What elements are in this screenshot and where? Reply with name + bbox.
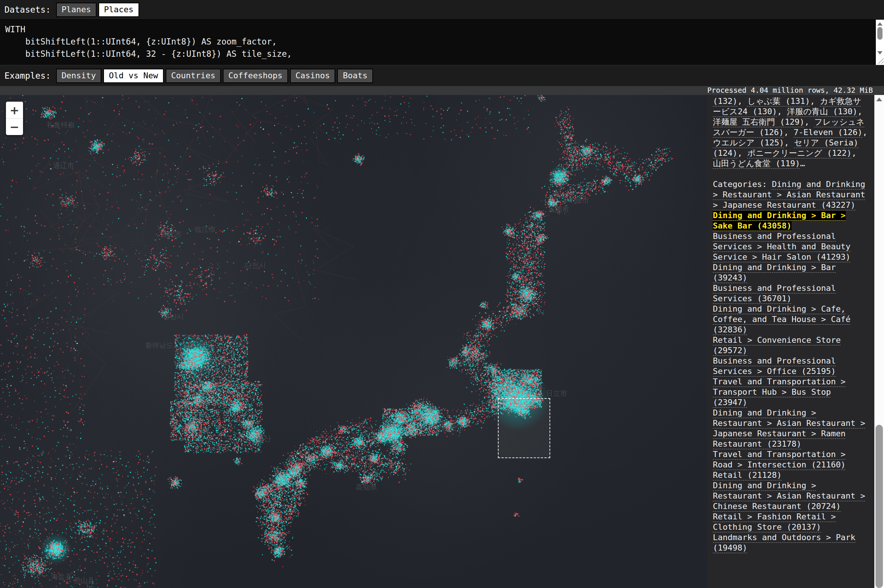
map-place-label: 日立市 [546, 389, 567, 398]
example-button-boats[interactable]: Boats [337, 69, 373, 83]
datasets-label: Datasets: [5, 5, 51, 15]
map-place-label: 황해남도 [145, 340, 173, 350]
dataset-button-planes[interactable]: Planes [56, 3, 96, 17]
category-link-highlighted[interactable]: Dining and Drinking > Bar > Sake Bar (43… [713, 211, 846, 230]
category-link[interactable]: Dining and Drinking > Restaurant > Asian… [713, 408, 866, 448]
map-place-label: 평양시 [162, 312, 184, 322]
examples-bar: Examples: DensityOld vs NewCountriesCoff… [0, 65, 884, 86]
code-scrollbar-thumb[interactable] [877, 27, 882, 40]
map-place-label: 金沢市 [451, 359, 472, 368]
map-canvas[interactable] [0, 95, 707, 588]
top-name-link[interactable]: しゃぶ葉 (131) [747, 96, 810, 106]
map-place-label: 高知県 [356, 483, 377, 492]
top-names-list: (132), しゃぶ葉 (131), カギ救急サービス24 (130), 洋服の… [713, 96, 869, 169]
top-name-link[interactable]: 洋服の青山 (130) [787, 107, 858, 116]
map-place-label: 浜松市 [443, 423, 464, 433]
category-link[interactable]: Travel and Transportation > Road > Inter… [713, 450, 846, 469]
map-place-label: 岱山县 [74, 576, 95, 585]
datasets-buttons: PlanesPlaces [56, 3, 141, 17]
map-place-label: 通辽市 [53, 161, 74, 171]
scroll-up-icon[interactable] [876, 98, 882, 101]
examples-buttons: DensityOld vs NewCountriesCoffeeshopsCas… [56, 69, 375, 83]
main-area: + − 礼鲁特旗通辽市通化市临江市단천시평양시황해남도개성시부산苫小牧市室蘭市金… [0, 95, 884, 588]
code-editor [0, 19, 884, 65]
scroll-up-icon[interactable] [877, 22, 882, 26]
scroll-down-icon[interactable] [877, 51, 882, 54]
map-place-label: 개성시 [180, 341, 201, 351]
top-name-link[interactable]: ウエルシア (125) [713, 138, 784, 147]
results-sidebar: (132), しゃぶ葉 (131), カギ救急サービス24 (130), 洋服の… [707, 95, 874, 588]
top-name-link[interactable]: ポニークリーニング (122) [747, 148, 852, 158]
category-link[interactable]: Business and Professional Services > Hea… [713, 231, 851, 261]
map[interactable]: + − 礼鲁特旗通辽市通化市临江市단천시평양시황해남도개성시부산苫小牧市室蘭市金… [0, 95, 707, 588]
example-button-density[interactable]: Density [56, 69, 102, 83]
map-place-label: 礼鲁特旗 [47, 120, 75, 130]
zoom-out-button[interactable]: − [6, 118, 23, 135]
map-place-label: 室蘭市 [548, 205, 569, 214]
map-place-label: 부산 [257, 434, 271, 444]
category-link[interactable]: Retail > Fashion Retail > Clothing Store… [713, 512, 836, 532]
category-link[interactable]: Dining and Drinking > Restaurant > Asian… [713, 481, 866, 511]
category-link[interactable]: Retail > Convenience Store (29572) [713, 335, 840, 355]
page-scrollbar[interactable] [874, 95, 884, 588]
top-name-link[interactable]: 洋麺屋 五右衛門 (129) [713, 117, 804, 126]
category-link[interactable]: Landmarks and Outdoors > Park (19498) [713, 533, 855, 552]
example-button-coffeeshops[interactable]: Coffeeshops [223, 69, 288, 83]
zoom-in-button[interactable]: + [6, 102, 23, 118]
example-button-casinos[interactable]: Casinos [290, 69, 336, 83]
example-button-countries[interactable]: Countries [165, 69, 221, 83]
categories-label: Categories: [713, 180, 772, 189]
top-name-link[interactable]: (132) [713, 96, 737, 106]
map-place-label: 단천시 [245, 261, 266, 270]
category-link[interactable]: Travel and Transportation > Transport Hu… [713, 377, 846, 407]
top-name-link[interactable]: 山田うどん食堂 (119) [713, 159, 800, 168]
examples-label: Examples: [5, 71, 51, 81]
map-place-label: 临江市 [194, 225, 216, 234]
map-selection-rect[interactable] [498, 398, 550, 458]
category-link[interactable]: Business and Professional Services > Off… [713, 356, 836, 376]
top-name-link[interactable]: 7-Eleven (126) [794, 128, 863, 137]
map-place-label: 苫小牧市 [561, 195, 589, 205]
page-scrollbar-thumb[interactable] [875, 425, 883, 588]
datasets-bar: Datasets: PlanesPlaces [0, 0, 884, 19]
status-bar: Processed 4.04 million rows, 42.32 MiB [0, 86, 884, 95]
categories-list: Categories: Dining and Drinking > Restau… [713, 179, 869, 553]
category-link[interactable]: Business and Professional Services (3670… [713, 284, 836, 303]
code-scrollbar[interactable] [876, 20, 884, 65]
dataset-button-places[interactable]: Places [98, 3, 139, 17]
category-link[interactable]: Dining and Drinking > Bar (39243) [713, 262, 836, 282]
map-place-label: 通化市 [160, 230, 182, 239]
category-link[interactable]: Retail (21128) [713, 470, 782, 480]
example-button-old-vs-new[interactable]: Old vs New [103, 69, 163, 83]
map-place-label: 海盐县 [51, 572, 72, 582]
category-link[interactable]: Dining and Drinking > Cafe, Coffee, and … [713, 304, 851, 334]
app-root: Datasets: PlanesPlaces Examples: Density… [0, 0, 884, 588]
sql-query-input[interactable] [0, 20, 876, 65]
resize-grip-icon[interactable] [877, 57, 884, 64]
map-zoom-control: + − [6, 102, 23, 135]
